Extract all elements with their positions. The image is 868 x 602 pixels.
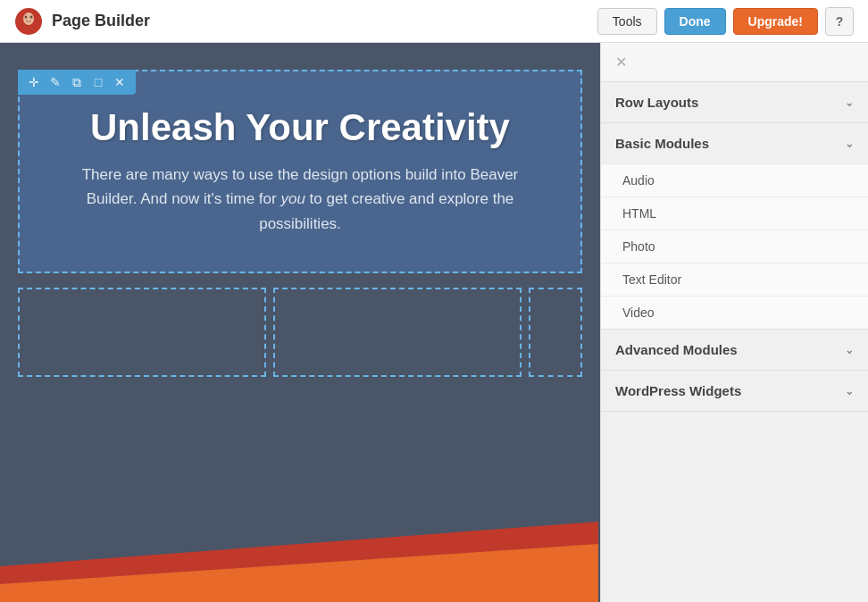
svg-point-4 (25, 16, 27, 18)
row-layouts-label: Row Layouts (615, 95, 698, 110)
sidebar-item-photo[interactable]: Photo (601, 230, 868, 263)
content-row[interactable]: ✛ ✎ ⧉ □ ✕ Unleash Your Creativity There … (18, 70, 582, 273)
empty-column-1[interactable] (18, 288, 266, 377)
wordpress-widgets-header[interactable]: WordPress Widgets ⌄ (601, 371, 868, 411)
sidebar-section-basic-modules: Basic Modules ⌄ Audio HTML Photo Text Ed… (601, 123, 868, 330)
basic-modules-label: Basic Modules (615, 136, 709, 151)
basic-modules-items: Audio HTML Photo Text Editor Video (601, 163, 868, 329)
row-toolbar: ✛ ✎ ⧉ □ ✕ (18, 70, 136, 95)
header-left: Page Builder (14, 7, 150, 36)
basic-modules-chevron: ⌄ (845, 138, 854, 150)
sidebar-item-video[interactable]: Video (601, 296, 868, 329)
main-area: ✛ ✎ ⧉ □ ✕ Unleash Your Creativity There … (0, 43, 868, 602)
duplicate-row-icon[interactable]: ⧉ (68, 73, 86, 91)
done-button[interactable]: Done (664, 8, 726, 35)
row-layouts-chevron: ⌄ (845, 96, 854, 109)
canvas: ✛ ✎ ⧉ □ ✕ Unleash Your Creativity There … (0, 43, 600, 602)
row-layouts-header[interactable]: Row Layouts ⌄ (601, 82, 868, 122)
content-heading: Unleash Your Creativity (38, 107, 563, 148)
sidebar-item-audio[interactable]: Audio (601, 163, 868, 196)
sidebar-section-row-layouts: Row Layouts ⌄ (601, 82, 868, 123)
help-button[interactable]: ? (825, 7, 854, 36)
resize-row-icon[interactable]: □ (89, 73, 107, 91)
empty-column-3[interactable] (529, 288, 582, 377)
advanced-modules-header[interactable]: Advanced Modules ⌄ (601, 330, 868, 370)
content-body-italic: you (280, 190, 305, 207)
basic-modules-header[interactable]: Basic Modules ⌄ (601, 123, 868, 163)
header-right: Tools Done Upgrade! ? (597, 7, 854, 36)
sidebar-item-html[interactable]: HTML (601, 196, 868, 230)
sidebar-item-text-editor[interactable]: Text Editor (601, 263, 868, 296)
sidebar-section-advanced-modules: Advanced Modules ⌄ (601, 330, 868, 371)
app-title: Page Builder (52, 12, 150, 30)
sidebar: ✕ Row Layouts ⌄ Basic Modules ⌄ Audio HT… (600, 43, 868, 602)
move-row-icon[interactable]: ✛ (25, 73, 43, 91)
advanced-modules-label: Advanced Modules (615, 342, 738, 357)
columns-row (18, 288, 582, 377)
upgrade-button[interactable]: Upgrade! (733, 8, 818, 35)
edit-row-icon[interactable]: ✎ (46, 73, 64, 91)
app-logo-icon (14, 7, 43, 36)
tools-button[interactable]: Tools (597, 8, 657, 35)
empty-column-2[interactable] (273, 288, 522, 377)
advanced-modules-chevron: ⌄ (845, 344, 854, 356)
content-body: There are many ways to use the design op… (77, 163, 523, 254)
sidebar-section-wordpress-widgets: WordPress Widgets ⌄ (601, 371, 868, 412)
sidebar-close-bar: ✕ (601, 43, 868, 82)
wordpress-widgets-chevron: ⌄ (845, 385, 854, 397)
svg-point-1 (23, 13, 34, 25)
app-header: Page Builder Tools Done Upgrade! ? (0, 0, 868, 43)
wordpress-widgets-label: WordPress Widgets (615, 383, 741, 398)
svg-point-5 (30, 16, 32, 18)
sidebar-close-icon[interactable]: ✕ (615, 54, 627, 71)
close-row-icon[interactable]: ✕ (111, 73, 129, 91)
canvas-decoration (0, 495, 598, 602)
